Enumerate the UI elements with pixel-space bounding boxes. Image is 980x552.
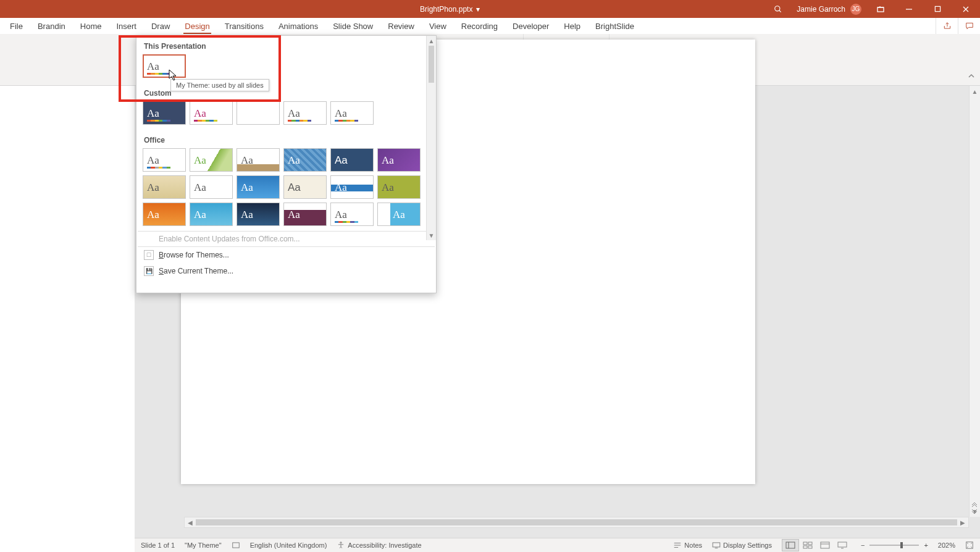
tab-review[interactable]: Review — [380, 18, 422, 34]
fit-to-window-button[interactable] — [965, 541, 974, 550]
svg-rect-26 — [803, 546, 807, 548]
section-this-presentation: This Presentation — [136, 36, 436, 54]
theme-thumb-custom-2[interactable]: Aa — [190, 101, 233, 125]
enable-content-updates-item: Enable Content Updates from Office.com..… — [136, 232, 436, 246]
theme-thumb-office-14[interactable]: Aa — [190, 203, 233, 226]
theme-thumb-office-7[interactable]: Aa — [143, 175, 186, 199]
vertical-scrollbar[interactable]: ▲ ▼ — [969, 86, 980, 517]
theme-thumb-office-3[interactable]: Aa — [237, 148, 280, 172]
svg-rect-6 — [935, 6, 940, 11]
theme-thumb-office-10[interactable]: Aa — [283, 175, 327, 199]
theme-thumb-custom-3[interactable] — [237, 101, 280, 125]
themes-gallery-dropdown: ▲▼ This Presentation Aa Custom Aa Aa Aa … — [136, 35, 437, 293]
slide-sorter-view-button[interactable] — [799, 539, 816, 551]
account-label[interactable]: Jamie Garroch JG — [797, 4, 861, 15]
display-settings-button[interactable]: Display Settings — [712, 542, 772, 549]
theme-thumb-custom-5[interactable]: Aa — [330, 101, 374, 125]
theme-thumb-office-16[interactable]: Aa — [283, 203, 327, 226]
svg-rect-27 — [808, 546, 812, 548]
tab-file[interactable]: File — [1, 18, 30, 34]
theme-thumb-office-17[interactable]: Aa — [330, 203, 374, 226]
svg-line-1 — [779, 10, 781, 12]
tab-help[interactable]: Help — [556, 18, 588, 34]
browse-for-themes-item[interactable]: ☐ Browse for Themes... — [136, 247, 436, 263]
theme-thumb-current[interactable]: Aa — [143, 54, 186, 78]
theme-thumb-office-6[interactable]: Aa — [377, 148, 421, 172]
svg-rect-24 — [803, 542, 807, 545]
svg-rect-20 — [713, 543, 720, 547]
collapse-ribbon-button[interactable] — [968, 72, 975, 83]
svg-rect-2 — [877, 7, 884, 12]
notes-button[interactable]: Notes — [673, 542, 702, 549]
tab-view[interactable]: View — [422, 18, 454, 34]
tab-transitions[interactable]: Transitions — [217, 18, 271, 34]
theme-thumb-office-1[interactable]: Aa — [143, 148, 186, 172]
zoom-in-button[interactable]: + — [924, 542, 928, 549]
display-settings-icon — [712, 542, 721, 549]
left-pane-gutter — [0, 34, 135, 552]
zoom-slider[interactable]: − + — [861, 542, 928, 549]
maximize-button[interactable] — [923, 0, 952, 18]
section-office: Office — [136, 130, 436, 148]
horizontal-scrollbar[interactable]: ◀▶ — [184, 517, 969, 528]
theme-thumb-office-15[interactable]: Aa — [237, 203, 280, 226]
zoom-level[interactable]: 202% — [938, 542, 955, 549]
window-title: BrightPhon.pptx ▾ — [420, 5, 480, 14]
theme-thumb-office-13[interactable]: Aa — [143, 203, 186, 226]
spell-check-icon[interactable] — [232, 541, 240, 550]
minimize-button[interactable] — [895, 0, 923, 18]
reading-view-button[interactable] — [816, 539, 834, 551]
user-avatar: JG — [850, 4, 861, 15]
theme-thumb-office-5[interactable]: Aa — [330, 148, 374, 172]
normal-view-button[interactable] — [782, 539, 799, 551]
theme-name-status: "My Theme" — [185, 542, 222, 549]
slideshow-view-button[interactable] — [834, 539, 851, 551]
zoom-out-button[interactable]: − — [861, 542, 865, 549]
title-dropdown-caret[interactable]: ▾ — [476, 5, 480, 14]
theme-thumb-office-9[interactable]: Aa — [237, 175, 280, 199]
ribbon-tabs: File Brandin Home Insert Draw Design Tra… — [0, 18, 980, 34]
prev-slide-icon[interactable] — [971, 501, 978, 507]
svg-rect-28 — [821, 542, 829, 548]
tab-brightslide[interactable]: BrightSlide — [588, 18, 642, 34]
tab-draw[interactable]: Draw — [144, 18, 177, 34]
notes-icon — [673, 542, 682, 549]
svg-rect-22 — [786, 542, 795, 548]
next-slide-icon[interactable] — [971, 509, 978, 516]
save-icon: 💾 — [144, 266, 154, 276]
slide-counter[interactable]: Slide 1 of 1 — [141, 542, 175, 549]
tab-recording[interactable]: Recording — [454, 18, 505, 34]
browse-label: rowse for Themes... — [164, 251, 229, 259]
ribbon-display-options-button[interactable] — [866, 0, 895, 18]
tab-animations[interactable]: Animations — [271, 18, 325, 34]
svg-point-16 — [340, 542, 341, 543]
svg-point-0 — [775, 6, 780, 10]
svg-rect-25 — [808, 542, 812, 545]
theme-thumb-office-2[interactable]: Aa — [190, 148, 233, 172]
close-button[interactable] — [952, 0, 980, 18]
theme-thumb-office-12[interactable]: Aa — [377, 175, 421, 199]
tab-home[interactable]: Home — [73, 18, 109, 34]
theme-thumb-custom-1[interactable]: Aa — [143, 101, 186, 125]
comments-button[interactable] — [958, 18, 980, 34]
svg-rect-15 — [232, 543, 239, 548]
accessibility-icon — [337, 541, 345, 550]
mouse-cursor-icon — [169, 69, 178, 84]
theme-thumb-office-18[interactable]: Aa — [377, 203, 421, 226]
tab-developer[interactable]: Developer — [505, 18, 556, 34]
theme-thumb-office-11[interactable]: Aa — [330, 175, 374, 199]
save-current-theme-item[interactable]: 💾 Save Current Theme... — [136, 263, 436, 279]
tab-slide-show[interactable]: Slide Show — [325, 18, 380, 34]
theme-thumb-office-4[interactable]: Aa — [283, 148, 327, 172]
language-status[interactable]: English (United Kingdom) — [250, 542, 327, 549]
theme-thumb-custom-4[interactable]: Aa — [283, 101, 327, 125]
tab-design[interactable]: Design — [177, 18, 217, 34]
accessibility-status[interactable]: Accessibility: Investigate — [337, 541, 421, 550]
tab-insert[interactable]: Insert — [109, 18, 144, 34]
theme-thumb-office-8[interactable]: Aa — [190, 175, 233, 199]
search-icon[interactable] — [772, 5, 784, 14]
save-label: ave Current Theme... — [164, 267, 233, 275]
tab-brandin[interactable]: Brandin — [30, 18, 73, 34]
share-button[interactable] — [936, 18, 958, 34]
themes-scrollbar[interactable]: ▲▼ — [426, 36, 436, 240]
